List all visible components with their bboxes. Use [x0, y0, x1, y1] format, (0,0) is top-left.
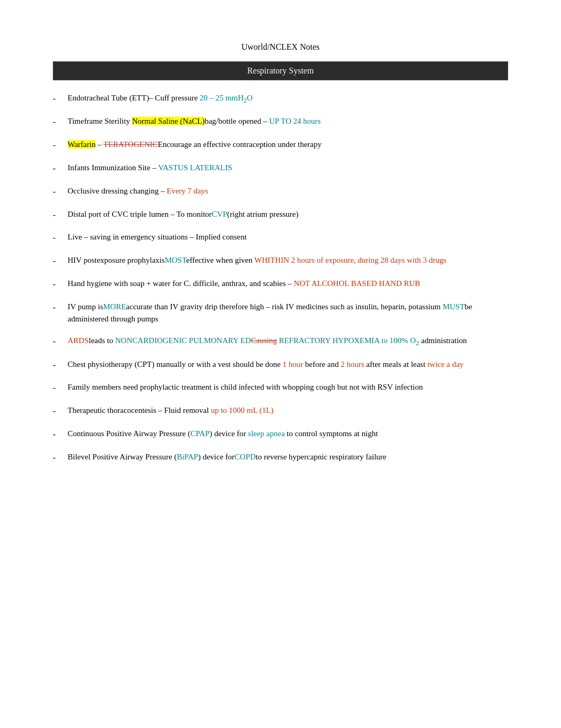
highlight-teal: CPAP — [191, 429, 210, 438]
bullet-dash: - — [53, 358, 68, 372]
highlight-teal: sleep apnea — [248, 429, 285, 438]
highlight-red: TERATOGENIC — [104, 140, 158, 149]
highlight-teal: MOST — [165, 256, 186, 264]
highlight-teal: UP TO 24 hours — [269, 117, 321, 125]
bullet-dash: - — [53, 404, 68, 418]
bullet-dash: - — [53, 428, 68, 441]
list-item: - IV pump isMOREaccurate than IV gravity… — [53, 301, 508, 326]
bullet-dash: - — [53, 208, 68, 222]
list-item: - ARDSleads to NONCARDIOGENIC PULMONARY … — [53, 335, 508, 348]
item-text: Continuous Positive Airway Pressure (CPA… — [68, 428, 508, 440]
causing-strikethrough: Causing — [251, 336, 277, 345]
bullet-dash: - — [53, 451, 68, 465]
list-item: - Infants Immunization Site – VASTUS LAT… — [53, 162, 508, 176]
content-list: - Endotracheal Tube (ETT)– Cuff pressure… — [53, 92, 508, 465]
list-item: - Family members need prophylactic treat… — [53, 381, 508, 395]
highlight-yellow: Warfarin — [68, 140, 96, 149]
highlight-teal: VASTUS LATERALIS — [158, 163, 232, 172]
bullet-dash: - — [53, 185, 68, 199]
bullet-dash: - — [53, 139, 68, 152]
item-text: Infants Immunization Site – VASTUS LATER… — [68, 162, 508, 174]
page-title: Uworld/NCLEX Notes — [53, 42, 508, 52]
highlight-orange-red: NOT ALCOHOL BASED HAND RUB — [294, 279, 420, 288]
bullet-dash: - — [53, 301, 68, 315]
list-item: - Distal port of CVC triple lumen – To m… — [53, 208, 508, 222]
highlight-orange-red: ARDS — [68, 336, 89, 345]
highlight-orange-red: WHITHIN 2 hours of exposure, during 28 d… — [255, 256, 447, 264]
highlight-teal: MORE — [103, 302, 126, 311]
bullet-dash: - — [53, 92, 68, 106]
bullet-dash: - — [53, 115, 68, 129]
list-item: - Therapeutic thoracocentesis – Fluid re… — [53, 404, 508, 418]
item-text: Therapeutic thoracocentesis – Fluid remo… — [68, 404, 508, 417]
list-item: - HIV postexposure prophylaxisMOSTeffect… — [53, 254, 508, 268]
list-item: - Bilevel Positive Airway Pressure (BiPA… — [53, 451, 508, 465]
list-item: - Hand hygiene with soap + water for C. … — [53, 278, 508, 291]
item-text: HIV postexposure prophylaxisMOSTeffectiv… — [68, 254, 508, 266]
highlight-teal: BiPAP — [177, 453, 198, 461]
list-item: - Timeframe Sterility Normal Saline (NaC… — [53, 115, 508, 129]
highlight-orange-red: twice a day — [427, 360, 463, 368]
bullet-dash: - — [53, 231, 68, 245]
list-item: - Warfarin – TERATOGENICEncourage an eff… — [53, 139, 508, 152]
highlight-yellow: Normal Saline (NaCL) — [132, 117, 204, 125]
list-item: - Live – saving in emergency situations … — [53, 231, 508, 245]
highlight-orange-red: up to 1000 mL (1L) — [211, 406, 274, 414]
list-item: - Continuous Positive Airway Pressure (C… — [53, 428, 508, 441]
item-text: IV pump isMOREaccurate than IV gravity d… — [68, 301, 508, 326]
highlight-orange-red: Every 7 days — [166, 187, 208, 195]
section-header: Respiratory System — [53, 61, 508, 80]
bullet-dash: - — [53, 162, 68, 176]
item-text: Occlusive dressing changing – Every 7 da… — [68, 185, 508, 197]
item-text: Warfarin – TERATOGENICEncourage an effec… — [68, 139, 508, 151]
highlight-teal: COPD — [235, 453, 256, 461]
highlight-teal: 20 – 25 mmH2O — [200, 94, 253, 102]
highlight-orange-red: 2 hours — [341, 360, 364, 368]
list-item: - Occlusive dressing changing – Every 7 … — [53, 185, 508, 199]
item-text: Live – saving in emergency situations – … — [68, 231, 508, 243]
item-text: Bilevel Positive Airway Pressure (BiPAP)… — [68, 451, 508, 463]
bullet-dash: - — [53, 335, 68, 348]
bullet-dash: - — [53, 254, 68, 268]
item-text: Family members need prophylactic treatme… — [68, 381, 508, 393]
item-text: Chest physiotherapy (CPT) manually or wi… — [68, 358, 508, 371]
list-item: - Endotracheal Tube (ETT)– Cuff pressure… — [53, 92, 508, 106]
highlight-teal: NONCARDIOGENIC PULMONARY ED — [115, 336, 251, 345]
item-text: Hand hygiene with soap + water for C. di… — [68, 278, 508, 290]
highlight-teal: REFRACTORY HYPOXEMIA to 100% O2 — [277, 336, 419, 345]
bullet-dash: - — [53, 278, 68, 291]
item-text: Timeframe Sterility Normal Saline (NaCL)… — [68, 115, 508, 127]
highlight-teal: MUST — [443, 302, 465, 311]
item-text: ARDSleads to NONCARDIOGENIC PULMONARY ED… — [68, 335, 508, 348]
bullet-dash: - — [53, 381, 68, 395]
item-text: Distal port of CVC triple lumen – To mon… — [68, 208, 508, 220]
highlight-teal: CVP — [212, 210, 227, 218]
list-item: - Chest physiotherapy (CPT) manually or … — [53, 358, 508, 372]
highlight-orange-red: 1 hour — [283, 360, 303, 368]
item-text: Endotracheal Tube (ETT)– Cuff pressure 2… — [68, 92, 508, 106]
